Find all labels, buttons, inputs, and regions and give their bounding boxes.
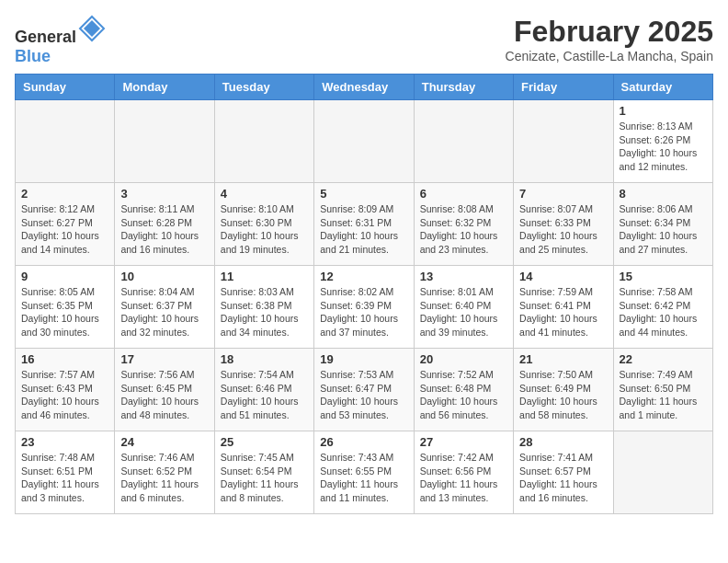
calendar-cell: 6Sunrise: 8:08 AM Sunset: 6:32 PM Daylig… — [414, 183, 513, 266]
day-info: Sunrise: 8:08 AM Sunset: 6:32 PM Dayligh… — [420, 202, 507, 257]
calendar-cell: 27Sunrise: 7:42 AM Sunset: 6:56 PM Dayli… — [414, 431, 513, 514]
calendar-cell: 26Sunrise: 7:43 AM Sunset: 6:55 PM Dayli… — [314, 431, 414, 514]
day-number: 1 — [620, 104, 707, 118]
page-header: General Blue February 2025 Cenizate, Cas… — [15, 15, 713, 66]
calendar-cell: 3Sunrise: 8:11 AM Sunset: 6:28 PM Daylig… — [115, 183, 214, 266]
day-number: 2 — [21, 187, 108, 201]
calendar-cell: 1Sunrise: 8:13 AM Sunset: 6:26 PM Daylig… — [613, 100, 712, 183]
day-info: Sunrise: 7:49 AM Sunset: 6:50 PM Dayligh… — [620, 368, 707, 422]
day-number: 12 — [320, 270, 407, 283]
logo-blue: Blue — [15, 47, 51, 65]
day-number: 3 — [120, 187, 208, 201]
calendar-header-row: SundayMondayTuesdayWednesdayThursdayFrid… — [16, 75, 713, 100]
calendar-cell — [314, 100, 414, 183]
day-number: 5 — [320, 187, 407, 201]
calendar-header-saturday: Saturday — [613, 75, 712, 100]
calendar-cell: 11Sunrise: 8:03 AM Sunset: 6:38 PM Dayli… — [214, 266, 313, 349]
calendar-header-sunday: Sunday — [16, 75, 115, 100]
calendar-cell: 9Sunrise: 8:05 AM Sunset: 6:35 PM Daylig… — [16, 266, 115, 349]
calendar-week-3: 16Sunrise: 7:57 AM Sunset: 6:43 PM Dayli… — [16, 349, 713, 431]
day-info: Sunrise: 7:41 AM Sunset: 6:57 PM Dayligh… — [519, 451, 607, 505]
logo-icon — [78, 15, 106, 42]
calendar-week-1: 2Sunrise: 8:12 AM Sunset: 6:27 PM Daylig… — [16, 183, 713, 266]
calendar-cell — [16, 100, 115, 183]
day-info: Sunrise: 8:05 AM Sunset: 6:35 PM Dayligh… — [21, 285, 108, 339]
calendar-cell: 2Sunrise: 8:12 AM Sunset: 6:27 PM Daylig… — [16, 183, 115, 266]
day-info: Sunrise: 8:09 AM Sunset: 6:31 PM Dayligh… — [320, 202, 407, 257]
calendar-cell: 10Sunrise: 8:04 AM Sunset: 6:37 PM Dayli… — [115, 266, 214, 349]
calendar-table: SundayMondayTuesdayWednesdayThursdayFrid… — [15, 74, 713, 514]
day-number: 15 — [620, 270, 707, 283]
day-info: Sunrise: 8:01 AM Sunset: 6:40 PM Dayligh… — [420, 285, 507, 339]
logo-general: General — [15, 28, 76, 46]
calendar-cell — [115, 100, 214, 183]
day-number: 4 — [221, 187, 308, 201]
calendar-header-friday: Friday — [514, 75, 613, 100]
day-info: Sunrise: 8:10 AM Sunset: 6:30 PM Dayligh… — [221, 202, 308, 257]
calendar-cell: 13Sunrise: 8:01 AM Sunset: 6:40 PM Dayli… — [414, 266, 513, 349]
day-number: 9 — [21, 270, 108, 283]
calendar-cell: 18Sunrise: 7:54 AM Sunset: 6:46 PM Dayli… — [214, 349, 313, 431]
calendar-cell: 5Sunrise: 8:09 AM Sunset: 6:31 PM Daylig… — [314, 183, 414, 266]
day-number: 8 — [620, 187, 707, 201]
calendar-cell — [414, 100, 513, 183]
day-info: Sunrise: 7:58 AM Sunset: 6:42 PM Dayligh… — [620, 285, 707, 339]
calendar-cell: 28Sunrise: 7:41 AM Sunset: 6:57 PM Dayli… — [514, 431, 613, 514]
day-number: 14 — [519, 270, 607, 283]
day-number: 26 — [320, 435, 407, 449]
day-number: 24 — [120, 435, 208, 449]
day-number: 27 — [420, 435, 507, 449]
calendar-cell — [613, 431, 712, 514]
logo-text: General Blue — [15, 15, 106, 66]
day-number: 22 — [620, 352, 707, 366]
day-number: 23 — [21, 435, 108, 449]
day-info: Sunrise: 8:12 AM Sunset: 6:27 PM Dayligh… — [21, 202, 108, 257]
day-info: Sunrise: 8:11 AM Sunset: 6:28 PM Dayligh… — [120, 202, 208, 257]
day-number: 11 — [221, 270, 308, 283]
calendar-cell: 12Sunrise: 8:02 AM Sunset: 6:39 PM Dayli… — [314, 266, 414, 349]
day-info: Sunrise: 7:43 AM Sunset: 6:55 PM Dayligh… — [320, 451, 407, 505]
day-number: 16 — [21, 352, 108, 366]
day-number: 7 — [519, 187, 607, 201]
calendar-header-wednesday: Wednesday — [314, 75, 414, 100]
day-number: 21 — [519, 352, 607, 366]
calendar-cell: 23Sunrise: 7:48 AM Sunset: 6:51 PM Dayli… — [16, 431, 115, 514]
calendar-header-tuesday: Tuesday — [214, 75, 313, 100]
day-number: 13 — [420, 270, 507, 283]
day-info: Sunrise: 7:53 AM Sunset: 6:47 PM Dayligh… — [320, 368, 407, 422]
calendar-cell: 8Sunrise: 8:06 AM Sunset: 6:34 PM Daylig… — [613, 183, 712, 266]
calendar-cell: 20Sunrise: 7:52 AM Sunset: 6:48 PM Dayli… — [414, 349, 513, 431]
calendar-cell: 21Sunrise: 7:50 AM Sunset: 6:49 PM Dayli… — [514, 349, 613, 431]
calendar-cell: 4Sunrise: 8:10 AM Sunset: 6:30 PM Daylig… — [214, 183, 313, 266]
day-number: 19 — [320, 352, 407, 366]
calendar-header-thursday: Thursday — [414, 75, 513, 100]
calendar-cell: 17Sunrise: 7:56 AM Sunset: 6:45 PM Dayli… — [115, 349, 214, 431]
calendar-cell — [514, 100, 613, 183]
day-number: 18 — [221, 352, 308, 366]
day-number: 17 — [120, 352, 208, 366]
day-info: Sunrise: 8:06 AM Sunset: 6:34 PM Dayligh… — [620, 202, 707, 257]
day-number: 28 — [519, 435, 607, 449]
title-section: February 2025 Cenizate, Castille-La Manc… — [506, 15, 713, 63]
calendar-cell: 24Sunrise: 7:46 AM Sunset: 6:52 PM Dayli… — [115, 431, 214, 514]
day-number: 20 — [420, 352, 507, 366]
day-info: Sunrise: 7:57 AM Sunset: 6:43 PM Dayligh… — [21, 368, 108, 422]
day-number: 6 — [420, 187, 507, 201]
day-info: Sunrise: 7:54 AM Sunset: 6:46 PM Dayligh… — [221, 368, 308, 422]
day-info: Sunrise: 7:46 AM Sunset: 6:52 PM Dayligh… — [120, 451, 208, 505]
day-info: Sunrise: 8:07 AM Sunset: 6:33 PM Dayligh… — [519, 202, 607, 257]
calendar-cell: 15Sunrise: 7:58 AM Sunset: 6:42 PM Dayli… — [613, 266, 712, 349]
day-number: 10 — [120, 270, 208, 283]
day-info: Sunrise: 8:04 AM Sunset: 6:37 PM Dayligh… — [120, 285, 208, 339]
day-info: Sunrise: 8:03 AM Sunset: 6:38 PM Dayligh… — [221, 285, 308, 339]
location-subtitle: Cenizate, Castille-La Mancha, Spain — [506, 49, 713, 63]
day-info: Sunrise: 7:48 AM Sunset: 6:51 PM Dayligh… — [21, 451, 108, 505]
calendar-header-monday: Monday — [115, 75, 214, 100]
calendar-cell: 25Sunrise: 7:45 AM Sunset: 6:54 PM Dayli… — [214, 431, 313, 514]
calendar-week-4: 23Sunrise: 7:48 AM Sunset: 6:51 PM Dayli… — [16, 431, 713, 514]
month-title: February 2025 — [506, 15, 713, 49]
calendar-cell: 7Sunrise: 8:07 AM Sunset: 6:33 PM Daylig… — [514, 183, 613, 266]
day-info: Sunrise: 7:45 AM Sunset: 6:54 PM Dayligh… — [221, 451, 308, 505]
day-info: Sunrise: 8:02 AM Sunset: 6:39 PM Dayligh… — [320, 285, 407, 339]
calendar-cell: 22Sunrise: 7:49 AM Sunset: 6:50 PM Dayli… — [613, 349, 712, 431]
